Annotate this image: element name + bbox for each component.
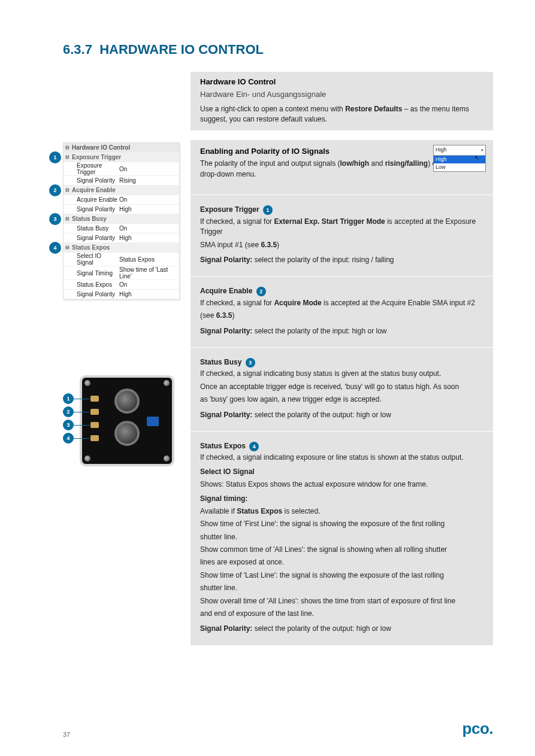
intro-title-de: Hardware Ein- und Ausgangssignale xyxy=(200,89,483,101)
badge-2: 2 xyxy=(49,184,61,196)
chevron-down-icon: ▾ xyxy=(481,147,483,153)
badge-1: 1 xyxy=(49,151,61,163)
badge-4: 4 xyxy=(49,242,61,254)
io-polarity-box: Enabling and Polarity of IO Signals The … xyxy=(191,140,493,195)
page-number: 37 xyxy=(63,731,70,738)
cam-badge-1: 1 xyxy=(63,393,74,404)
brand-logo: pco. xyxy=(463,719,493,738)
inline-badge-3: 3 xyxy=(246,358,255,368)
inline-badge-4: 4 xyxy=(249,442,259,451)
status-busy-box: Status Busy 3 If checked, a signal indic… xyxy=(191,348,493,432)
inline-badge-1: 1 xyxy=(263,205,273,215)
cam-badge-2: 2 xyxy=(63,406,74,417)
expand-icon[interactable]: ⊟ xyxy=(64,216,71,221)
page-footer: 37 pco. xyxy=(0,719,535,738)
camera-back-photo: 1 2 3 4 xyxy=(63,378,172,464)
cam-badge-3: 3 xyxy=(63,420,74,430)
expand-icon[interactable]: ⊟ xyxy=(64,187,71,193)
exposure-trigger-box: Exposure Trigger 1 If checked, a signal … xyxy=(191,195,493,277)
badge-3: 3 xyxy=(49,213,61,225)
intro-title-en: Hardware IO Control xyxy=(200,77,483,88)
section-heading: 6.3.7 HARDWARE IO CONTROL xyxy=(63,42,493,57)
expand-icon[interactable]: ⊟ xyxy=(64,145,71,150)
polarity-dropdown[interactable]: High▾ High Low ↖ xyxy=(433,145,486,171)
expand-icon[interactable]: ⊟ xyxy=(64,154,71,160)
cursor-icon: ↖ xyxy=(474,154,479,163)
expand-icon[interactable]: ⊟ xyxy=(64,245,71,250)
intro-box: Hardware IO Control Hardware Ein- und Au… xyxy=(191,72,493,130)
property-grid: ⊟ Hardware IO Control 1 ⊟ Exposure Trigg… xyxy=(63,142,180,300)
acquire-enable-box: Acquire Enable 2 If checked, a signal fo… xyxy=(191,277,493,348)
dropdown-option[interactable]: Low xyxy=(434,163,485,171)
status-expos-box: Status Expos 4 If checked, a signal indi… xyxy=(191,432,493,645)
inline-badge-2: 2 xyxy=(256,287,266,296)
cam-badge-4: 4 xyxy=(63,433,74,444)
